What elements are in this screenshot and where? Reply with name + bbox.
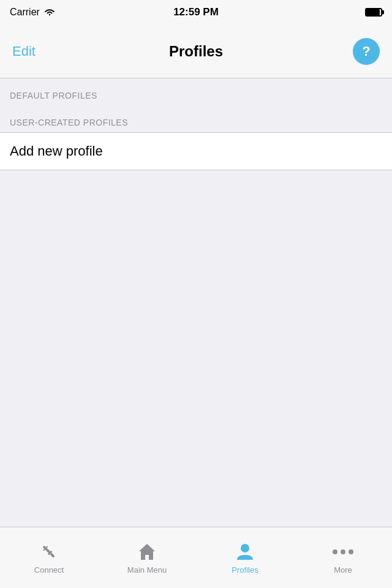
home-icon [136,541,158,563]
main-menu-tab-label: Main Menu [127,565,167,575]
tab-connect[interactable]: Connect [0,541,98,575]
page-title: Profiles [169,43,223,60]
nav-bar: Edit Profiles ? [0,24,392,78]
user-created-profiles-header: USER-CREATED PROFILES [0,105,392,132]
connect-icon [38,541,60,563]
battery-area [309,8,382,17]
edit-button[interactable]: Edit [12,43,36,59]
dot-3 [349,549,353,554]
help-button[interactable]: ? [353,38,380,65]
default-profiles-header: DEFAULT PROFILES [0,78,392,105]
add-new-profile-row[interactable]: Add new profile [0,133,392,170]
profiles-tab-label: Profiles [232,565,258,575]
content-area: DEFAULT PROFILES USER-CREATED PROFILES A… [0,78,392,428]
add-new-profile-label: Add new profile [10,143,103,159]
wifi-icon [43,8,56,17]
more-tab-label: More [334,565,352,575]
svg-point-6 [241,544,249,552]
tab-profiles[interactable]: Profiles [196,541,294,575]
tab-bar: Connect Main Menu Profiles More [0,527,392,588]
person-icon [234,541,256,563]
empty-content-area [0,170,392,428]
carrier-label: Carrier [10,7,40,18]
battery-icon [365,8,382,17]
dot-2 [341,549,345,554]
carrier-area: Carrier [10,7,83,18]
status-bar: Carrier 12:59 PM [0,0,392,24]
more-icon [332,541,354,563]
connect-tab-label: Connect [34,565,64,575]
tab-more[interactable]: More [294,541,392,575]
tab-main-menu[interactable]: Main Menu [98,541,196,575]
user-created-profiles-table: Add new profile [0,132,392,170]
dot-1 [333,549,337,554]
svg-marker-5 [139,544,155,560]
status-time: 12:59 PM [83,6,309,18]
